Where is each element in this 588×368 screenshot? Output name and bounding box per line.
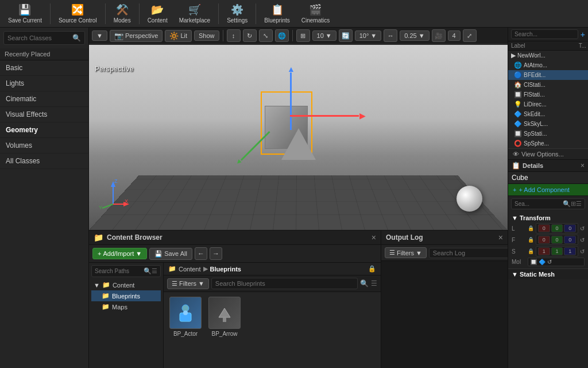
main-layout: 🔍 Recently Placed Basic Lights Cinematic… <box>0 28 588 368</box>
col-label-header: Label <box>508 41 571 50</box>
add-import-button[interactable]: + Add/Import ▼ <box>92 248 147 259</box>
angle-value-button[interactable]: 10° ▼ <box>355 30 382 41</box>
outliner-item-at-atmo[interactable]: 🌐 AtAtmo... <box>508 60 588 70</box>
scale-y[interactable]: 1 <box>551 247 563 255</box>
cinematics-label: Cinematics <box>301 17 330 24</box>
add-component-button[interactable]: + + Add Component <box>508 184 588 196</box>
static-mesh-section-title[interactable]: ▼ Static Mesh <box>508 269 588 279</box>
outliner-item-bf-edit[interactable]: 🔵 BFEdit... <box>508 70 588 80</box>
search-paths-input[interactable] <box>95 268 144 274</box>
scale-snap-button[interactable]: ↔ <box>384 29 397 42</box>
scale-x[interactable]: 1 <box>538 247 550 255</box>
location-reset-icon[interactable]: ↺ <box>580 225 585 232</box>
folder-content-root[interactable]: ▼ 📁 Content <box>91 279 161 290</box>
scale-z[interactable]: 1 <box>564 247 576 255</box>
blueprints-button[interactable]: 📋 Blueprints <box>258 1 295 26</box>
settings-button[interactable]: ⚙️ Settings <box>221 1 253 26</box>
content-browser-close-button[interactable]: × <box>372 233 376 242</box>
output-log-search-input[interactable] <box>429 248 508 258</box>
maximize-button[interactable]: ⤢ <box>463 29 477 42</box>
location-y[interactable]: 0 <box>551 224 563 232</box>
asset-bp-arrow[interactable]: BP_Arrow <box>207 297 242 337</box>
filters-button[interactable]: ☰ Filters ▼ <box>167 278 209 289</box>
rotate-button[interactable]: ↻ <box>243 29 257 42</box>
category-visual-effects[interactable]: Visual Effects <box>0 107 88 122</box>
location-x[interactable]: 0 <box>538 224 550 232</box>
location-lock-icon[interactable]: 🔒 <box>528 225 534 231</box>
outliner-item-sk-edit[interactable]: 🔷 SkEdit... <box>508 109 588 119</box>
transform-section-title[interactable]: ▼ Transform <box>512 213 585 223</box>
mobility-label: Mol <box>512 259 526 265</box>
view-options-button[interactable]: 👁 View Options... <box>508 148 588 159</box>
content-browser: 📁 Content Browser × + Add/Import ▼ 💾 Sav… <box>89 231 381 368</box>
cinematics-button[interactable]: 🎬 Cinematics <box>296 1 335 26</box>
outliner-item-sp-stati[interactable]: 🔲 SpStati... <box>508 129 588 139</box>
forward-lock-icon[interactable]: 🔒 <box>528 237 534 243</box>
category-lights[interactable]: Lights <box>0 76 88 91</box>
breadcrumb-blueprints[interactable]: Blueprints <box>210 266 241 273</box>
outliner-item-cl-stati[interactable]: 🏠 ClStati... <box>508 80 588 90</box>
rotate-snap-button[interactable]: 🔄 <box>339 29 353 42</box>
folder-maps[interactable]: 📁 Maps <box>91 301 161 312</box>
category-all-classes[interactable]: All Classes <box>0 154 88 169</box>
details-close-button[interactable]: × <box>581 162 585 170</box>
category-basic[interactable]: Basic <box>0 60 88 76</box>
content-button[interactable]: 📂 Content <box>142 1 173 26</box>
camera-speed-button[interactable]: 🎥 <box>432 29 446 42</box>
show-button[interactable]: Show <box>194 30 219 41</box>
folder-blueprints[interactable]: 📁 Blueprints <box>91 290 161 301</box>
category-cinematic[interactable]: Cinematic <box>0 91 88 107</box>
viewport-dropdown-button[interactable]: ▼ <box>92 30 107 41</box>
viewport[interactable]: ▼ 📷 Perspective 🔆 Lit Show ↕ ↻ ⤡ 🌐 <box>89 28 508 230</box>
marketplace-button[interactable]: 🛒 Marketplace <box>173 1 216 26</box>
outliner-item-sp-sphe[interactable]: ⭕ SpSphe... <box>508 139 588 148</box>
location-z[interactable]: 0 <box>564 224 576 232</box>
forward-z[interactable]: 0 <box>564 236 576 244</box>
search-classes-input[interactable] <box>7 34 72 41</box>
tree-view-icon[interactable]: ☰ <box>152 267 157 275</box>
forward-y[interactable]: 0 <box>551 236 563 244</box>
category-geometry[interactable]: Geometry <box>0 122 88 138</box>
scale-value-button[interactable]: 0.25 ▼ <box>400 30 429 41</box>
outliner-item-li-direc[interactable]: 💡 LiDirec... <box>508 99 588 109</box>
mobility-value[interactable]: 🔲 🔷 ↺ <box>528 258 585 266</box>
world-button[interactable]: 🌐 <box>275 29 289 42</box>
outliner-add-icon[interactable]: + <box>581 30 585 39</box>
nav-forward-button[interactable]: → <box>210 247 222 260</box>
save-current-button[interactable]: 💾 Save Current <box>2 1 48 26</box>
perspective-button[interactable]: 📷 Perspective <box>110 30 163 42</box>
component-view-icon[interactable]: ⊞ <box>571 200 576 208</box>
save-all-button[interactable]: 💾 Save All <box>149 248 192 260</box>
breadcrumb-content[interactable]: Content <box>179 266 201 273</box>
component-list-icon[interactable]: ☰ <box>576 200 582 208</box>
category-volumes[interactable]: Volumes <box>0 138 88 154</box>
outliner-item-sk-sky-l[interactable]: 🔷 SkSkyL... <box>508 119 588 129</box>
grid-snap-button[interactable]: ⊞ <box>296 29 310 42</box>
search-component-input[interactable] <box>514 201 563 207</box>
lit-button[interactable]: 🔆 Lit <box>165 30 192 42</box>
search-component-icon: 🔍 <box>563 200 571 208</box>
search-blueprints-input[interactable] <box>211 278 358 289</box>
scale-reset-icon[interactable]: ↺ <box>580 248 585 255</box>
outliner-item-new-world[interactable]: ▶ NewWorl... <box>508 51 588 60</box>
camera-speed-value[interactable]: 4 <box>448 30 461 41</box>
bp-actor-icon <box>169 297 202 329</box>
forward-reset-icon[interactable]: ↺ <box>580 237 585 243</box>
output-filters-button[interactable]: ☰ Filters ▼ <box>385 247 427 258</box>
grid-value-button[interactable]: 10 ▼ <box>312 30 336 41</box>
outliner-search-input[interactable] <box>514 31 575 37</box>
lit-icon: 🔆 <box>169 32 179 40</box>
source-control-button[interactable]: 🔀 Source Control <box>53 1 103 26</box>
sp-sphe-label: SpSphe... <box>524 140 585 147</box>
outliner-item-fl-stati[interactable]: 🔲 FlStati... <box>508 90 588 99</box>
category-cinematic-label: Cinematic <box>6 95 36 103</box>
view-toggle-icon[interactable]: ☰ <box>371 279 377 288</box>
scale-button[interactable]: ⤡ <box>259 29 273 42</box>
asset-bp-actor[interactable]: BP_Actor <box>168 297 203 337</box>
scale-lock-icon[interactable]: 🔒 <box>528 248 534 254</box>
nav-back-button[interactable]: ← <box>195 247 207 260</box>
modes-button[interactable]: ⚒️ Modes <box>108 1 137 26</box>
translate-button[interactable]: ↕ <box>227 29 241 42</box>
output-log-close-button[interactable]: × <box>498 233 503 242</box>
forward-x[interactable]: 0 <box>538 236 550 244</box>
